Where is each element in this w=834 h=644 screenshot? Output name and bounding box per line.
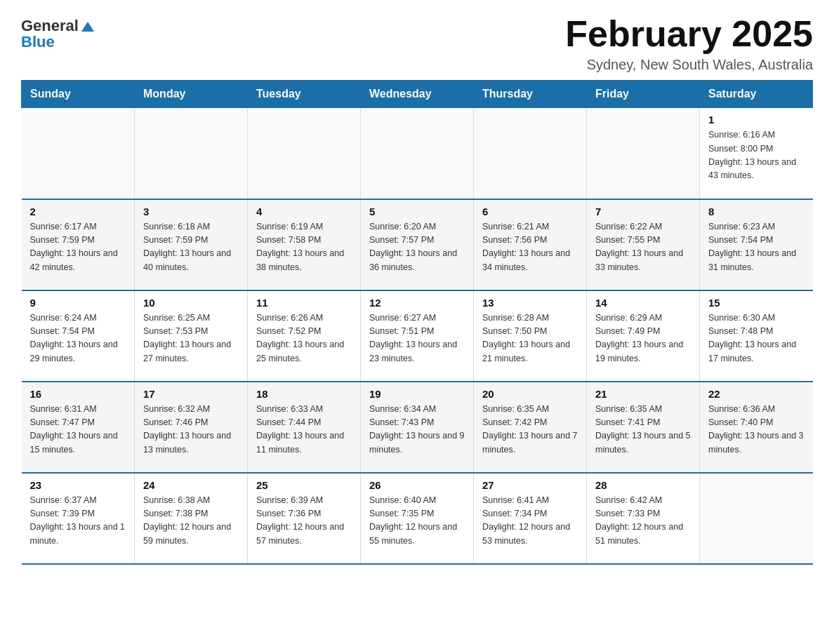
day-info: Sunrise: 6:28 AM Sunset: 7:50 PM Dayligh… bbox=[482, 311, 578, 366]
day-info: Sunrise: 6:32 AM Sunset: 7:46 PM Dayligh… bbox=[143, 403, 239, 457]
day-number: 20 bbox=[482, 388, 578, 400]
day-cell bbox=[22, 108, 135, 199]
day-cell: 7Sunrise: 6:22 AM Sunset: 7:55 PM Daylig… bbox=[587, 199, 700, 290]
day-number: 2 bbox=[30, 206, 126, 217]
day-number: 13 bbox=[482, 297, 578, 309]
subtitle: Sydney, New South Wales, Australia bbox=[565, 57, 813, 73]
day-cell: 11Sunrise: 6:26 AM Sunset: 7:52 PM Dayli… bbox=[248, 290, 361, 382]
day-number: 16 bbox=[30, 388, 126, 400]
header-row: SundayMondayTuesdayWednesdayThursdayFrid… bbox=[22, 81, 813, 108]
calendar-table: SundayMondayTuesdayWednesdayThursdayFrid… bbox=[21, 80, 813, 565]
day-cell bbox=[587, 108, 700, 199]
day-number: 7 bbox=[595, 206, 691, 217]
day-cell: 5Sunrise: 6:20 AM Sunset: 7:57 PM Daylig… bbox=[361, 199, 474, 290]
col-header-thursday: Thursday bbox=[474, 81, 587, 108]
day-cell: 16Sunrise: 6:31 AM Sunset: 7:47 PM Dayli… bbox=[22, 382, 135, 473]
week-row-5: 23Sunrise: 6:37 AM Sunset: 7:39 PM Dayli… bbox=[22, 473, 813, 564]
day-info: Sunrise: 6:23 AM Sunset: 7:54 PM Dayligh… bbox=[708, 220, 805, 275]
col-header-sunday: Sunday bbox=[22, 81, 135, 108]
day-number: 19 bbox=[369, 388, 465, 400]
day-cell bbox=[248, 108, 361, 199]
day-number: 6 bbox=[482, 206, 578, 217]
day-cell: 27Sunrise: 6:41 AM Sunset: 7:34 PM Dayli… bbox=[474, 473, 587, 564]
day-cell: 26Sunrise: 6:40 AM Sunset: 7:35 PM Dayli… bbox=[361, 473, 474, 564]
col-header-tuesday: Tuesday bbox=[248, 81, 361, 108]
day-info: Sunrise: 6:30 AM Sunset: 7:48 PM Dayligh… bbox=[708, 311, 805, 366]
logo-general-text: General bbox=[21, 18, 79, 34]
day-info: Sunrise: 6:21 AM Sunset: 7:56 PM Dayligh… bbox=[482, 220, 578, 275]
logo-blue-text: Blue bbox=[21, 34, 55, 50]
day-number: 25 bbox=[256, 479, 352, 491]
title-block: February 2025 Sydney, New South Wales, A… bbox=[565, 14, 813, 73]
svg-marker-0 bbox=[81, 22, 94, 32]
day-number: 11 bbox=[256, 297, 352, 309]
day-number: 22 bbox=[708, 388, 805, 400]
day-info: Sunrise: 6:17 AM Sunset: 7:59 PM Dayligh… bbox=[30, 220, 126, 275]
day-info: Sunrise: 6:18 AM Sunset: 7:59 PM Dayligh… bbox=[143, 220, 239, 275]
day-number: 21 bbox=[595, 388, 691, 400]
day-number: 5 bbox=[369, 206, 465, 217]
day-info: Sunrise: 6:26 AM Sunset: 7:52 PM Dayligh… bbox=[256, 311, 352, 366]
day-cell: 28Sunrise: 6:42 AM Sunset: 7:33 PM Dayli… bbox=[587, 473, 700, 564]
day-number: 3 bbox=[143, 206, 239, 217]
day-number: 12 bbox=[369, 297, 465, 309]
day-cell: 14Sunrise: 6:29 AM Sunset: 7:49 PM Dayli… bbox=[587, 290, 700, 382]
day-info: Sunrise: 6:35 AM Sunset: 7:41 PM Dayligh… bbox=[595, 403, 691, 457]
day-cell: 3Sunrise: 6:18 AM Sunset: 7:59 PM Daylig… bbox=[135, 199, 248, 290]
week-row-2: 2Sunrise: 6:17 AM Sunset: 7:59 PM Daylig… bbox=[22, 199, 813, 290]
day-number: 17 bbox=[143, 388, 239, 400]
day-number: 23 bbox=[30, 479, 126, 491]
day-info: Sunrise: 6:41 AM Sunset: 7:34 PM Dayligh… bbox=[482, 494, 578, 549]
day-info: Sunrise: 6:29 AM Sunset: 7:49 PM Dayligh… bbox=[595, 311, 691, 366]
day-number: 15 bbox=[708, 297, 805, 309]
day-info: Sunrise: 6:24 AM Sunset: 7:54 PM Dayligh… bbox=[30, 311, 126, 366]
day-cell bbox=[474, 108, 587, 199]
day-cell: 8Sunrise: 6:23 AM Sunset: 7:54 PM Daylig… bbox=[700, 199, 813, 290]
col-header-monday: Monday bbox=[135, 81, 248, 108]
week-row-3: 9Sunrise: 6:24 AM Sunset: 7:54 PM Daylig… bbox=[22, 290, 813, 382]
day-cell: 22Sunrise: 6:36 AM Sunset: 7:40 PM Dayli… bbox=[700, 382, 813, 473]
day-cell: 19Sunrise: 6:34 AM Sunset: 7:43 PM Dayli… bbox=[361, 382, 474, 473]
day-number: 8 bbox=[708, 206, 805, 217]
day-cell: 24Sunrise: 6:38 AM Sunset: 7:38 PM Dayli… bbox=[135, 473, 248, 564]
day-cell: 20Sunrise: 6:35 AM Sunset: 7:42 PM Dayli… bbox=[474, 382, 587, 473]
day-info: Sunrise: 6:33 AM Sunset: 7:44 PM Dayligh… bbox=[256, 403, 352, 457]
day-number: 9 bbox=[30, 297, 126, 309]
day-info: Sunrise: 6:20 AM Sunset: 7:57 PM Dayligh… bbox=[369, 220, 465, 275]
week-row-1: 1Sunrise: 6:16 AM Sunset: 8:00 PM Daylig… bbox=[22, 108, 813, 199]
day-info: Sunrise: 6:16 AM Sunset: 8:00 PM Dayligh… bbox=[708, 128, 805, 183]
day-cell bbox=[700, 473, 813, 564]
day-info: Sunrise: 6:27 AM Sunset: 7:51 PM Dayligh… bbox=[369, 311, 465, 366]
page-header: General Blue February 2025 Sydney, New S… bbox=[21, 14, 813, 73]
day-number: 14 bbox=[595, 297, 691, 309]
day-number: 27 bbox=[482, 479, 578, 491]
day-cell: 21Sunrise: 6:35 AM Sunset: 7:41 PM Dayli… bbox=[587, 382, 700, 473]
col-header-wednesday: Wednesday bbox=[361, 81, 474, 108]
day-cell bbox=[135, 108, 248, 199]
day-cell: 15Sunrise: 6:30 AM Sunset: 7:48 PM Dayli… bbox=[700, 290, 813, 382]
day-cell: 6Sunrise: 6:21 AM Sunset: 7:56 PM Daylig… bbox=[474, 199, 587, 290]
day-cell: 2Sunrise: 6:17 AM Sunset: 7:59 PM Daylig… bbox=[22, 199, 135, 290]
page-title: February 2025 bbox=[565, 14, 813, 54]
day-info: Sunrise: 6:39 AM Sunset: 7:36 PM Dayligh… bbox=[256, 494, 352, 549]
week-row-4: 16Sunrise: 6:31 AM Sunset: 7:47 PM Dayli… bbox=[22, 382, 813, 473]
day-cell: 13Sunrise: 6:28 AM Sunset: 7:50 PM Dayli… bbox=[474, 290, 587, 382]
col-header-saturday: Saturday bbox=[700, 81, 813, 108]
col-header-friday: Friday bbox=[587, 81, 700, 108]
day-info: Sunrise: 6:34 AM Sunset: 7:43 PM Dayligh… bbox=[369, 403, 465, 457]
logo-triangle-icon bbox=[80, 19, 95, 34]
day-cell bbox=[361, 108, 474, 199]
day-number: 24 bbox=[143, 479, 239, 491]
day-cell: 9Sunrise: 6:24 AM Sunset: 7:54 PM Daylig… bbox=[22, 290, 135, 382]
day-info: Sunrise: 6:31 AM Sunset: 7:47 PM Dayligh… bbox=[30, 403, 126, 457]
day-info: Sunrise: 6:38 AM Sunset: 7:38 PM Dayligh… bbox=[143, 494, 239, 549]
day-cell: 4Sunrise: 6:19 AM Sunset: 7:58 PM Daylig… bbox=[248, 199, 361, 290]
day-number: 18 bbox=[256, 388, 352, 400]
day-cell: 25Sunrise: 6:39 AM Sunset: 7:36 PM Dayli… bbox=[248, 473, 361, 564]
day-cell: 1Sunrise: 6:16 AM Sunset: 8:00 PM Daylig… bbox=[700, 108, 813, 199]
day-info: Sunrise: 6:42 AM Sunset: 7:33 PM Dayligh… bbox=[595, 494, 691, 549]
day-info: Sunrise: 6:35 AM Sunset: 7:42 PM Dayligh… bbox=[482, 403, 578, 457]
day-cell: 18Sunrise: 6:33 AM Sunset: 7:44 PM Dayli… bbox=[248, 382, 361, 473]
day-cell: 23Sunrise: 6:37 AM Sunset: 7:39 PM Dayli… bbox=[22, 473, 135, 564]
day-info: Sunrise: 6:25 AM Sunset: 7:53 PM Dayligh… bbox=[143, 311, 239, 366]
